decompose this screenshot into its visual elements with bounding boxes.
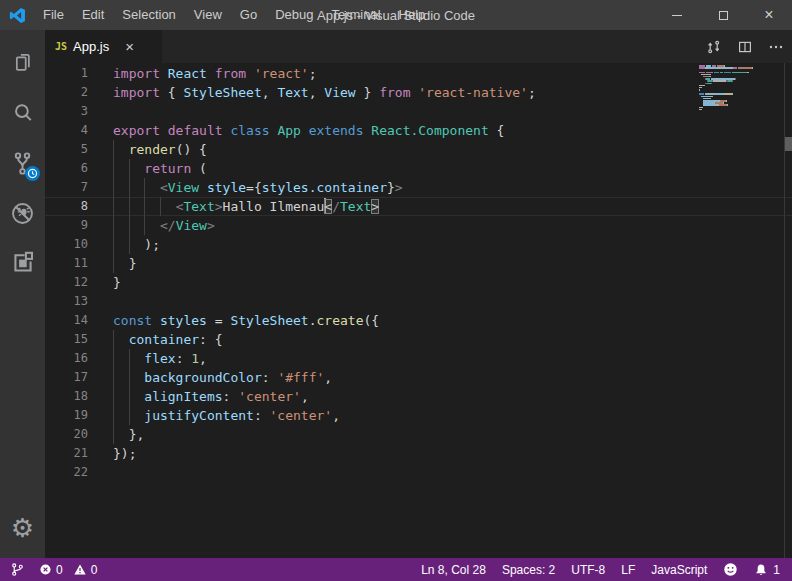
code-line[interactable]: 2import { StyleSheet, Text, View } from …	[45, 83, 792, 102]
line-number: 20	[45, 425, 88, 444]
close-icon: ×	[764, 7, 773, 23]
indent-guide	[129, 178, 130, 197]
notifications-button[interactable]: 1	[754, 563, 780, 577]
code-line[interactable]: 8 <Text>Hallo Ilmenau</Text>	[45, 197, 792, 216]
sidebar-item-search[interactable]	[0, 88, 45, 138]
minimap[interactable]	[699, 65, 779, 113]
minimize-button[interactable]	[654, 0, 700, 30]
code-lines: 1import React from 'react';2import { Sty…	[45, 64, 792, 482]
language-mode[interactable]: JavaScript	[651, 563, 707, 577]
maximize-button[interactable]	[700, 0, 746, 30]
code-token	[113, 180, 160, 195]
code-line[interactable]: 7 <View style={styles.container}>	[45, 178, 792, 197]
code-line[interactable]: 6 return (	[45, 159, 792, 178]
code-line[interactable]: 15 container: {	[45, 330, 792, 349]
sidebar-item-source-control[interactable]	[0, 138, 45, 188]
code-token: backgroundColor	[144, 370, 261, 385]
indent-guide	[113, 178, 114, 197]
line-number: 10	[45, 235, 88, 254]
menu-help[interactable]: Help	[390, 0, 435, 30]
code-token: >	[215, 199, 223, 214]
editor[interactable]: 1import React from 'react';2import { Sty…	[45, 63, 792, 558]
code-line[interactable]: 19 justifyContent: 'center',	[45, 406, 792, 425]
code-line[interactable]: 21});	[45, 444, 792, 463]
code-line[interactable]: 10 );	[45, 235, 792, 254]
open-changes-icon[interactable]	[706, 39, 722, 55]
line-number: 1	[45, 64, 88, 83]
line-number: 8	[45, 197, 88, 216]
extensions-icon	[10, 250, 36, 276]
menu-edit[interactable]: Edit	[73, 0, 113, 30]
code-token	[113, 142, 129, 157]
line-number: 22	[45, 463, 88, 482]
menu-go[interactable]: Go	[231, 0, 266, 30]
code-line[interactable]: 14const styles = StyleSheet.create({	[45, 311, 792, 330]
code-line[interactable]: 13	[45, 292, 792, 311]
code-line[interactable]: 3	[45, 102, 792, 121]
cursor-position[interactable]: Ln 8, Col 28	[421, 563, 486, 577]
code-token: create	[317, 313, 364, 328]
code-token: App	[277, 123, 300, 138]
code-token: justifyContent	[144, 408, 254, 423]
code-line[interactable]: 18 alignItems: 'center',	[45, 387, 792, 406]
code-token: /	[332, 199, 340, 214]
code-token: }	[113, 275, 121, 290]
code-token: StyleSheet	[183, 85, 261, 100]
code-token	[246, 66, 254, 81]
problems-button[interactable]: 0 0	[39, 563, 97, 577]
code-line[interactable]: 17 backgroundColor: '#fff',	[45, 368, 792, 387]
code-token: View	[168, 180, 199, 195]
code-line[interactable]: 5 render() {	[45, 140, 792, 159]
code-line[interactable]: 9 </View>	[45, 216, 792, 235]
sidebar-item-explorer[interactable]	[0, 38, 45, 88]
code-line[interactable]: 22	[45, 463, 792, 482]
menu-view[interactable]: View	[185, 0, 231, 30]
menu-terminal[interactable]: Terminal	[322, 0, 389, 30]
line-number: 21	[45, 444, 88, 463]
errors-icon	[39, 563, 52, 576]
code-token: export	[113, 123, 160, 138]
indentation[interactable]: Spaces: 2	[502, 563, 555, 577]
split-editor-icon[interactable]	[737, 39, 753, 55]
code-token: :	[176, 351, 192, 366]
code-token: :	[254, 408, 270, 423]
code-line[interactable]: 4export default class App extends React.…	[45, 121, 792, 140]
eol-sequence[interactable]: LF	[621, 563, 635, 577]
code-line[interactable]: 11 }	[45, 254, 792, 273]
code-token: '#fff'	[277, 370, 324, 385]
git-branch-button[interactable]	[10, 562, 25, 577]
search-icon	[10, 100, 36, 126]
menu-file[interactable]: File	[34, 0, 73, 30]
code-line[interactable]: 16 flex: 1,	[45, 349, 792, 368]
encoding[interactable]: UTF-8	[571, 563, 605, 577]
code-line[interactable]: 1import React from 'react';	[45, 64, 792, 83]
code-line[interactable]: 12}	[45, 273, 792, 292]
code-token: Text	[183, 199, 214, 214]
code-token: .	[309, 313, 317, 328]
more-actions-icon[interactable]	[768, 39, 784, 55]
feedback-button[interactable]	[723, 562, 738, 577]
indent-guide	[129, 368, 130, 387]
code-token: View	[324, 85, 355, 100]
sidebar-item-extensions[interactable]	[0, 238, 45, 288]
code-token: },	[113, 427, 144, 442]
line-number: 15	[45, 330, 88, 349]
sidebar-item-settings[interactable]: ⚙	[0, 506, 45, 550]
code-line[interactable]: 20 },	[45, 425, 792, 444]
menu-selection[interactable]: Selection	[113, 0, 184, 30]
line-number: 13	[45, 292, 88, 311]
tab-close-icon[interactable]: ×	[125, 39, 134, 54]
minimize-icon	[672, 15, 682, 16]
error-count: 0	[56, 563, 63, 577]
code-token: 1	[191, 351, 199, 366]
line-number: 5	[45, 140, 88, 159]
close-button[interactable]: ×	[746, 0, 792, 30]
sidebar-item-debug[interactable]	[0, 188, 45, 238]
code-token	[113, 332, 129, 347]
code-token: <	[160, 180, 168, 195]
code-token: ;	[528, 85, 536, 100]
code-token: }	[356, 85, 379, 100]
menu-debug[interactable]: Debug	[266, 0, 322, 30]
code-token: ({	[364, 313, 380, 328]
tab-appjs[interactable]: JS App.js ×	[45, 30, 162, 63]
